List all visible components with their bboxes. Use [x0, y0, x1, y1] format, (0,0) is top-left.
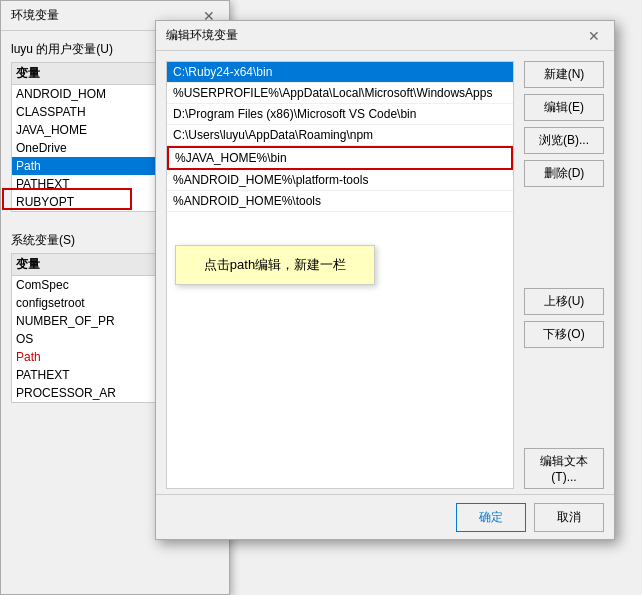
edit-text-button[interactable]: 编辑文本(T)...	[524, 448, 604, 489]
edit-button[interactable]: 编辑(E)	[524, 94, 604, 121]
annotation-tooltip: 点击path编辑，新建一栏	[175, 245, 375, 285]
delete-button[interactable]: 删除(D)	[524, 160, 604, 187]
path-item-windowsapps[interactable]: %USERPROFILE%\AppData\Local\Microsoft\Wi…	[167, 83, 513, 104]
move-down-button[interactable]: 下移(O)	[524, 321, 604, 348]
path-item-npm[interactable]: C:\Users\luyu\AppData\Roaming\npm	[167, 125, 513, 146]
env-dialog-title: 环境变量	[11, 7, 59, 24]
path-item-ruby[interactable]: C:\Ruby24-x64\bin	[167, 62, 513, 83]
ok-button[interactable]: 确定	[456, 503, 526, 532]
path-item-vscode[interactable]: D:\Program Files (x86)\Microsoft VS Code…	[167, 104, 513, 125]
path-item-java-home[interactable]: %JAVA_HOME%\bin	[167, 146, 513, 170]
path-item-android-tools[interactable]: %ANDROID_HOME%\tools	[167, 191, 513, 212]
new-button[interactable]: 新建(N)	[524, 61, 604, 88]
button-spacer2	[524, 354, 604, 443]
annotation-text: 点击path编辑，新建一栏	[204, 257, 346, 272]
edit-dialog-title: 编辑环境变量	[166, 27, 238, 44]
edit-dialog-bottom-bar: 确定 取消	[156, 494, 614, 539]
edit-dialog-titlebar: 编辑环境变量 ✕	[156, 21, 614, 51]
edit-button-column: 新建(N) 编辑(E) 浏览(B)... 删除(D) 上移(U) 下移(O) 编…	[524, 61, 604, 489]
edit-dialog-close-button[interactable]: ✕	[584, 28, 604, 44]
cancel-button[interactable]: 取消	[534, 503, 604, 532]
button-spacer	[524, 193, 604, 282]
browse-button[interactable]: 浏览(B)...	[524, 127, 604, 154]
path-item-android-platform[interactable]: %ANDROID_HOME%\platform-tools	[167, 170, 513, 191]
move-up-button[interactable]: 上移(U)	[524, 288, 604, 315]
